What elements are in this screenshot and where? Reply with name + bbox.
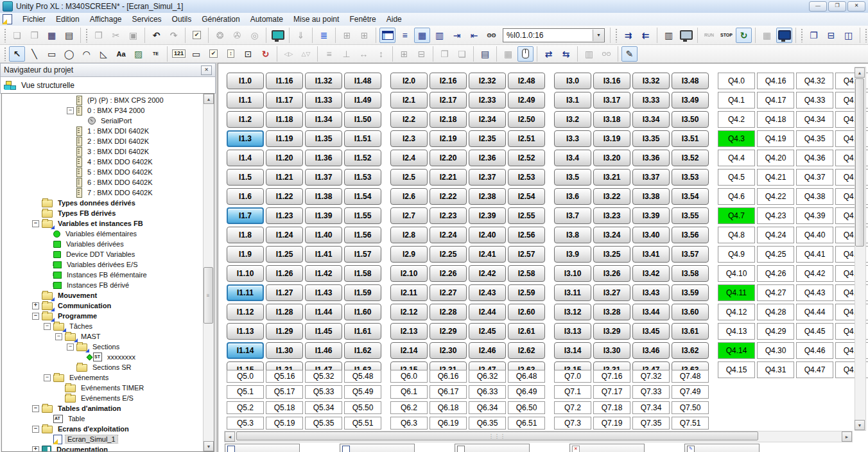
io-cell-Q4.43[interactable]: Q4.43 <box>796 284 833 301</box>
io-button-I1.35[interactable]: I1.35 <box>305 130 342 147</box>
screen-vertical-scrollbar[interactable]: ▲ ▼ <box>855 67 866 431</box>
io-button-I3.33[interactable]: I3.33 <box>632 92 670 109</box>
io-cell-Q5.1[interactable]: Q5.1 <box>227 385 264 398</box>
docked-tab-4[interactable]: ✕ <box>569 444 645 452</box>
tree-item-p-p-bmx-cps-2000[interactable]: (P) (P) : BMX CPS 2000 <box>2 95 203 105</box>
io-button-I3.52[interactable]: I3.52 <box>672 150 709 166</box>
io-cell-Q4.10[interactable]: Q4.10 <box>718 265 755 282</box>
io-button-I3.20[interactable]: I3.20 <box>593 150 630 166</box>
io-cell-Q4.26[interactable]: Q4.26 <box>757 265 794 282</box>
library-browser-icon[interactable]: ▥ <box>431 28 447 43</box>
screen-horizontal-scrollbar[interactable]: ◄ ⋮⋮⋮ ► <box>224 431 853 442</box>
text-tool-icon[interactable]: Aa <box>113 46 129 62</box>
collapse-icon[interactable]: − <box>32 405 39 412</box>
io-button-I2.0[interactable]: I2.0 <box>390 73 428 89</box>
menu-fenetre[interactable]: Fenêtre <box>344 13 381 25</box>
maximize-button[interactable]: ❐ <box>828 1 846 12</box>
active-document-icon[interactable] <box>3 14 12 24</box>
toolbar-grip[interactable] <box>85 28 88 42</box>
io-button-I1.13[interactable]: I1.13 <box>227 323 264 340</box>
io-button-I2.16[interactable]: I2.16 <box>430 73 467 89</box>
io-button-I1.57[interactable]: I1.57 <box>344 246 381 263</box>
io-button-I2.20[interactable]: I2.20 <box>430 150 467 166</box>
io-button-I2.52[interactable]: I2.52 <box>508 150 545 166</box>
collapse-icon[interactable]: − <box>32 220 39 227</box>
io-button-I1.27[interactable]: I1.27 <box>266 284 303 301</box>
io-button-I3.40[interactable]: I3.40 <box>632 227 670 243</box>
tree-item-variables-derivees[interactable]: Variables dérivées <box>2 239 203 249</box>
io-button-I1.56[interactable]: I1.56 <box>344 227 381 243</box>
io-button-I1.52[interactable]: I1.52 <box>344 150 381 166</box>
io-button-I2.34[interactable]: I2.34 <box>469 111 506 128</box>
io-button-I3.30[interactable]: I3.30 <box>593 342 630 359</box>
menu-aide[interactable]: Aide <box>381 13 407 25</box>
tree-item-sections-sr[interactable]: Sections SR <box>2 362 203 372</box>
io-button-I1.60[interactable]: I1.60 <box>344 304 381 320</box>
io-cell-Q4.15[interactable]: Q4.15 <box>718 361 755 378</box>
io-button-I1.25[interactable]: I1.25 <box>266 246 303 263</box>
io-button-I2.44[interactable]: I2.44 <box>469 304 506 320</box>
io-button-I1.50[interactable]: I1.50 <box>344 111 381 128</box>
io-cell-Q4.16[interactable]: Q4.16 <box>757 73 794 89</box>
io-button-I3.21[interactable]: I3.21 <box>593 169 630 186</box>
io-button-I3.55[interactable]: I3.55 <box>672 207 709 224</box>
io-button-I3.0[interactable]: I3.0 <box>554 73 591 89</box>
toolbar-grip[interactable] <box>865 28 867 42</box>
io-cell-Q6.32[interactable]: Q6.32 <box>469 370 506 383</box>
io-button-I2.4[interactable]: I2.4 <box>390 150 428 166</box>
scroll-right-icon[interactable]: ► <box>842 431 852 442</box>
expand-icon[interactable]: + <box>32 446 39 452</box>
io-button-I1.14[interactable]: I1.14 <box>227 342 264 359</box>
io-button-I3.61[interactable]: I3.61 <box>672 323 709 340</box>
io-button-I1.28[interactable]: I1.28 <box>266 304 303 320</box>
close-icon[interactable]: ✕ <box>201 65 212 75</box>
tree-item-documentation[interactable]: +Documentation <box>2 444 203 451</box>
io-cell-Q4.6[interactable]: Q4.6 <box>718 188 755 205</box>
io-button-I2.13[interactable]: I2.13 <box>390 323 428 340</box>
io-button-I3.3[interactable]: I3.3 <box>554 130 591 147</box>
io-button-I1.11[interactable]: I1.11 <box>227 284 264 301</box>
io-button-I3.41[interactable]: I3.41 <box>632 246 670 263</box>
io-cell-Q4.44[interactable]: Q4.44 <box>796 304 833 320</box>
io-button-I3.58[interactable]: I3.58 <box>672 265 709 282</box>
io-button-I2.59[interactable]: I2.59 <box>508 284 545 301</box>
transfer-from-plc-icon[interactable]: ⇇ <box>638 28 654 43</box>
io-cell-Q6.16[interactable]: Q6.16 <box>430 370 467 383</box>
tile-vertical-icon[interactable]: ◫ <box>840 28 856 43</box>
io-button-I2.60[interactable]: I2.60 <box>508 304 545 320</box>
tree-item-variables-elementaires[interactable]: Variables élémentaires <box>2 229 203 239</box>
tree-item-types-fb-derives[interactable]: Types FB dérivés <box>2 208 203 218</box>
io-cell-Q4.41[interactable]: Q4.41 <box>796 246 833 263</box>
collapse-icon[interactable]: − <box>32 426 39 433</box>
io-button-I3.54[interactable]: I3.54 <box>672 188 709 205</box>
io-button-I2.9[interactable]: I2.9 <box>390 246 428 263</box>
io-button-I1.1[interactable]: I1.1 <box>227 92 264 109</box>
io-cell-Q4.2[interactable]: Q4.2 <box>718 111 755 128</box>
io-cell-Q7.17[interactable]: Q7.17 <box>593 385 630 398</box>
io-cell-Q4.13[interactable]: Q4.13 <box>718 323 755 340</box>
io-button-I1.17[interactable]: I1.17 <box>266 92 303 109</box>
io-button-I2.2[interactable]: I2.2 <box>390 111 428 128</box>
tree-item-7-bmx-ddo-6402k[interactable]: 7 : BMX DDO 6402K <box>2 187 203 198</box>
io-cell-Q5.32[interactable]: Q5.32 <box>305 370 342 383</box>
io-button-I1.9[interactable]: I1.9 <box>227 246 264 263</box>
io-cell-Q5.48[interactable]: Q5.48 <box>344 370 381 383</box>
io-button-I2.1[interactable]: I2.1 <box>390 92 428 109</box>
io-cell-Q5.3[interactable]: Q5.3 <box>227 417 264 430</box>
io-button-I2.27[interactable]: I2.27 <box>430 284 467 301</box>
io-cell-Q5.35[interactable]: Q5.35 <box>305 417 342 430</box>
io-cell-Q4.4[interactable]: Q4.4 <box>718 150 755 166</box>
plc-rack-icon[interactable]: ▥ <box>661 28 677 43</box>
horizontal-scrollbar-thumb[interactable]: ⋮⋮⋮ <box>236 431 758 440</box>
io-cell-Q4.27[interactable]: Q4.27 <box>757 284 794 301</box>
io-button-I3.50[interactable]: I3.50 <box>672 111 709 128</box>
tree-item-variables-et-instances-fb[interactable]: −Variables et instances FB <box>2 218 203 229</box>
io-button-I1.6[interactable]: I1.6 <box>227 188 264 205</box>
project-browser-icon[interactable] <box>379 28 395 43</box>
io-button-I1.44[interactable]: I1.44 <box>305 304 342 320</box>
io-button-I1.59[interactable]: I1.59 <box>344 284 381 301</box>
io-cell-Q7.2[interactable]: Q7.2 <box>554 401 591 414</box>
tile-horizontal-icon[interactable]: ⊟ <box>823 28 839 43</box>
io-button-I3.17[interactable]: I3.17 <box>593 92 630 109</box>
io-cell-Q6.1[interactable]: Q6.1 <box>390 385 428 398</box>
